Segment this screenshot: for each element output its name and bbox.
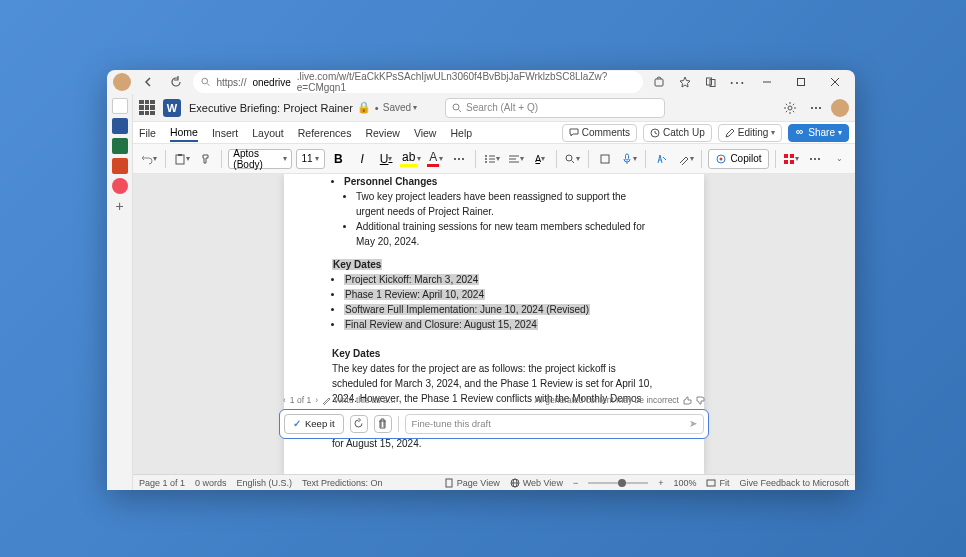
ai-write-prompt[interactable]: Write this as a…	[334, 394, 396, 407]
svg-point-9	[453, 104, 459, 110]
paste-button[interactable]: ▾	[172, 148, 192, 170]
copilot-button[interactable]: Copilot	[708, 149, 768, 169]
comments-button[interactable]: Comments	[562, 124, 637, 142]
font-name-select[interactable]: Aptos (Body)▾	[228, 149, 292, 169]
ribbon-overflow-button[interactable]: ⋯	[805, 148, 825, 170]
ai-next-button[interactable]: ›	[315, 394, 318, 407]
status-lang[interactable]: English (U.S.)	[237, 478, 293, 488]
tab-layout[interactable]: Layout	[252, 125, 284, 141]
app-tile-word[interactable]	[112, 118, 128, 134]
tab-file[interactable]: File	[139, 125, 156, 141]
app-launcher-strip: +	[107, 94, 133, 490]
close-button[interactable]	[821, 72, 849, 92]
refresh-button[interactable]	[165, 71, 187, 93]
fit-button[interactable]: Fit	[706, 478, 729, 488]
bullets-button[interactable]: ▾	[482, 148, 502, 170]
catch-up-button[interactable]: Catch Up	[643, 124, 712, 142]
user-avatar[interactable]	[831, 99, 849, 117]
format-painter-button[interactable]	[196, 148, 216, 170]
delete-button[interactable]	[374, 415, 392, 433]
more-icon[interactable]: ⋯	[727, 72, 747, 92]
tab-home[interactable]: Home	[170, 124, 198, 142]
bold-button[interactable]: B	[329, 148, 349, 170]
chevron-down-icon: ▾	[771, 128, 775, 137]
font-size-select[interactable]: 11▾	[296, 149, 324, 169]
collections-icon[interactable]	[701, 72, 721, 92]
ink-button[interactable]: ▾	[676, 148, 696, 170]
submit-arrow-icon[interactable]: ➤	[689, 417, 697, 431]
favorite-icon[interactable]	[675, 72, 695, 92]
tab-view[interactable]: View	[414, 125, 437, 141]
find-button[interactable]: ▾	[562, 148, 582, 170]
search-icon	[201, 77, 210, 87]
zoom-value[interactable]: 100%	[673, 478, 696, 488]
addins-button[interactable]: ▾	[781, 148, 801, 170]
thumbs-up-button[interactable]	[683, 396, 692, 405]
svg-rect-16	[178, 154, 182, 156]
document-canvas[interactable]: Personnel Changes Two key project leader…	[133, 174, 855, 474]
align-button[interactable]: ▾	[506, 148, 526, 170]
zoom-out-button[interactable]: −	[573, 478, 578, 488]
collapse-ribbon-button[interactable]: ⌄	[829, 148, 849, 170]
search-input[interactable]: Search (Alt + Q)	[445, 98, 665, 118]
designer-button[interactable]	[595, 148, 615, 170]
minimize-button[interactable]	[753, 72, 781, 92]
overflow-icon[interactable]: ⋯	[805, 97, 827, 119]
document-name[interactable]: Executive Briefing: Project Rainer	[189, 102, 353, 114]
status-page[interactable]: Page 1 of 1	[139, 478, 185, 488]
regenerate-button[interactable]	[350, 415, 368, 433]
underline-button[interactable]: U▾	[376, 148, 396, 170]
url-host: onedrive	[252, 77, 290, 88]
fine-tune-input[interactable]: Fine-tune this draft ➤	[405, 414, 704, 434]
chevron-down-icon[interactable]: ▾	[413, 103, 417, 112]
svg-rect-32	[784, 154, 788, 158]
svg-point-26	[566, 155, 572, 161]
thumbs-down-button[interactable]	[696, 396, 705, 405]
italic-button[interactable]: I	[352, 148, 372, 170]
keydates2-heading: Key Dates	[332, 346, 656, 361]
share-button[interactable]: Share ▾	[788, 124, 849, 142]
status-words[interactable]: 0 words	[195, 478, 227, 488]
tab-insert[interactable]: Insert	[212, 125, 238, 141]
maximize-button[interactable]	[787, 72, 815, 92]
font-color-button[interactable]: A▾	[425, 148, 445, 170]
web-view-button[interactable]: Web View	[510, 478, 563, 488]
tab-help[interactable]: Help	[450, 125, 472, 141]
keep-it-button[interactable]: ✓ Keep it	[284, 414, 344, 434]
app-tile-powerpoint[interactable]	[112, 158, 128, 174]
status-predictions[interactable]: Text Predictions: On	[302, 478, 383, 488]
zoom-slider[interactable]	[588, 482, 648, 484]
page-view-label: Page View	[457, 478, 500, 488]
back-button[interactable]	[137, 71, 159, 93]
highlight-button[interactable]: ab▾	[400, 148, 421, 170]
svg-rect-29	[625, 154, 628, 160]
zoom-in-button[interactable]: +	[658, 478, 663, 488]
profile-avatar[interactable]	[113, 73, 131, 91]
svg-point-0	[202, 78, 208, 84]
address-bar[interactable]: https://onedrive.live.com/w/t/EaCkKPsSAc…	[193, 71, 643, 93]
app-launcher-icon[interactable]	[139, 100, 155, 116]
shopping-icon[interactable]	[649, 72, 669, 92]
tab-references[interactable]: References	[298, 125, 352, 141]
document-page[interactable]: Personnel Changes Two key project leader…	[284, 174, 704, 474]
tab-review[interactable]: Review	[365, 125, 399, 141]
app-tile-home[interactable]	[112, 98, 128, 114]
svg-rect-34	[784, 160, 788, 164]
app-tile-pdf[interactable]	[112, 178, 128, 194]
catch-up-icon	[650, 128, 660, 138]
styles-button[interactable]: A̲▾	[530, 148, 550, 170]
add-app-button[interactable]: +	[112, 198, 128, 214]
more-font-button[interactable]: ⋯	[449, 148, 469, 170]
feedback-link[interactable]: Give Feedback to Microsoft	[739, 478, 849, 488]
dictate-button[interactable]: ▾	[619, 148, 639, 170]
font-name-value: Aptos (Body)	[233, 148, 281, 170]
ai-prev-button[interactable]: ‹	[283, 394, 286, 407]
settings-icon[interactable]	[779, 97, 801, 119]
share-label: Share	[808, 127, 835, 138]
svg-line-10	[459, 109, 462, 112]
editing-mode-button[interactable]: Editing ▾	[718, 124, 783, 142]
undo-button[interactable]: ▾	[139, 148, 159, 170]
page-view-button[interactable]: Page View	[444, 478, 500, 488]
editor-button[interactable]	[652, 148, 672, 170]
app-tile-excel[interactable]	[112, 138, 128, 154]
